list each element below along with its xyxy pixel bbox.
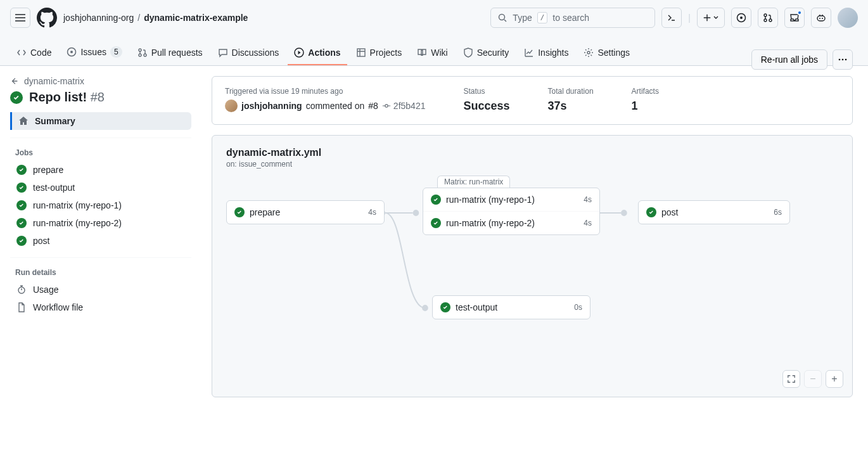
tab-settings[interactable]: Settings: [577, 41, 636, 65]
breadcrumb-org[interactable]: joshjohanning-org: [63, 13, 134, 23]
actor-avatar[interactable]: [225, 99, 238, 112]
search-input[interactable]: Type / to search: [490, 8, 655, 28]
git-pr-icon: [763, 13, 773, 23]
sidebar-job-item[interactable]: test-output: [10, 179, 191, 196]
check-circle-icon: [16, 218, 27, 228]
job-card-prepare[interactable]: prepare 4s: [226, 200, 385, 224]
notifications-button[interactable]: [784, 8, 805, 28]
sidebar-workflow-file[interactable]: Workflow file: [10, 298, 191, 316]
tab-discussions[interactable]: Discussions: [212, 41, 286, 65]
sidebar-job-item[interactable]: post: [10, 232, 191, 250]
tab-wiki[interactable]: Wiki: [411, 41, 454, 65]
comment-icon: [218, 48, 228, 58]
issue-icon: [67, 47, 77, 57]
triggered-label: Triggered via issue 19 minutes ago: [225, 87, 425, 96]
check-circle-icon: [10, 91, 23, 104]
user-avatar[interactable]: [838, 8, 858, 28]
tab-pulls[interactable]: Pull requests: [131, 41, 209, 65]
status-value: Success: [463, 99, 509, 113]
job-card-test-output[interactable]: test-output 0s: [432, 295, 590, 319]
svg-point-22: [423, 305, 428, 311]
sidebar-summary[interactable]: Summary: [10, 112, 191, 130]
search-placeholder-pre: Type: [513, 13, 532, 23]
menu-button[interactable]: [10, 8, 30, 28]
issues-count: 5: [110, 46, 122, 58]
home-icon: [18, 116, 29, 126]
sidebar-job-item[interactable]: prepare: [10, 161, 191, 179]
commit-sha[interactable]: 2f5b421: [393, 101, 426, 111]
kebab-icon: [838, 54, 848, 65]
gear-icon: [584, 48, 594, 58]
sidebar-job-item[interactable]: run-matrix (my-repo-1): [10, 196, 191, 214]
workflow-on: on: issue_comment: [226, 160, 838, 169]
pulls-header-button[interactable]: [758, 8, 778, 28]
check-circle-icon: [16, 165, 27, 175]
svg-point-21: [622, 210, 627, 215]
shield-icon: [463, 48, 473, 58]
svg-point-19: [414, 210, 419, 215]
command-palette-button[interactable]: [661, 8, 682, 28]
job-card-run-matrix-1[interactable]: run-matrix (my-repo-1) 4s: [423, 188, 599, 211]
check-circle-icon: [16, 236, 27, 246]
caret-down-icon: [713, 15, 719, 21]
actor-username[interactable]: joshjohanning: [241, 101, 302, 111]
github-icon: [37, 8, 57, 28]
hamburger-icon: [15, 14, 25, 22]
graph-icon: [524, 48, 534, 58]
check-circle-icon: [431, 218, 441, 228]
git-pr-icon: [137, 48, 148, 58]
check-circle-icon: [16, 200, 27, 210]
table-icon: [356, 48, 366, 58]
book-icon: [417, 48, 427, 58]
workflow-file-name: dynamic-matrix.yml: [226, 147, 838, 158]
repo-nav: Code Issues5 Pull requests Discussions A…: [0, 35, 868, 66]
plus-icon: [703, 13, 712, 22]
copilot-icon: [816, 13, 826, 23]
zoom-out-button[interactable]: −: [804, 370, 822, 388]
commit-icon: [382, 101, 391, 110]
copilot-button[interactable]: [811, 8, 831, 28]
tab-code[interactable]: Code: [10, 41, 58, 65]
file-icon: [16, 302, 27, 312]
rerun-all-jobs-button[interactable]: Re-run all jobs: [751, 49, 827, 70]
job-card-run-matrix-2[interactable]: run-matrix (my-repo-2) 4s: [423, 211, 599, 234]
workflow-graph-box: dynamic-matrix.yml on: issue_comment: [212, 135, 853, 397]
matrix-card: Matrix: run-matrix run-matrix (my-repo-1…: [423, 188, 600, 235]
sidebar-job-item[interactable]: run-matrix (my-repo-2): [10, 214, 191, 232]
job-card-post[interactable]: post 6s: [638, 200, 790, 224]
back-link[interactable]: dynamic-matrix: [10, 76, 191, 86]
tab-issues[interactable]: Issues5: [60, 40, 128, 65]
search-placeholder-post: to search: [552, 13, 589, 23]
run-title-text: Repo list! #8: [29, 90, 105, 105]
zoom-in-button[interactable]: +: [826, 370, 843, 388]
tab-insights[interactable]: Insights: [518, 41, 575, 65]
unread-dot: [797, 10, 802, 15]
issue-icon: [736, 13, 746, 23]
workflow-options-menu[interactable]: [833, 49, 853, 70]
tab-actions[interactable]: Actions: [288, 41, 347, 65]
breadcrumb-sep: /: [137, 13, 140, 23]
check-circle-icon: [440, 302, 450, 312]
github-logo[interactable]: [37, 8, 57, 28]
check-circle-icon: [234, 207, 245, 217]
check-circle-icon: [646, 207, 656, 217]
check-circle-icon: [431, 195, 441, 205]
sidebar-jobs-label: Jobs: [10, 144, 191, 161]
create-new-dropdown[interactable]: [697, 8, 725, 28]
play-icon: [294, 48, 304, 58]
matrix-label: Matrix: run-matrix: [437, 176, 510, 188]
tab-security[interactable]: Security: [457, 41, 516, 65]
fullscreen-button[interactable]: [782, 370, 800, 388]
code-icon: [16, 48, 27, 58]
issues-header-button[interactable]: [731, 8, 751, 28]
tab-projects[interactable]: Projects: [350, 41, 409, 65]
duration-value: 37s: [548, 99, 594, 113]
run-meta-box: Triggered via issue 19 minutes ago joshj…: [212, 76, 853, 125]
breadcrumb-repo[interactable]: dynamic-matrix-example: [144, 13, 248, 23]
sidebar-usage[interactable]: Usage: [10, 281, 191, 298]
check-circle-icon: [16, 183, 27, 193]
breadcrumb: joshjohanning-org / dynamic-matrix-examp…: [63, 13, 248, 23]
search-icon: [497, 13, 507, 23]
issue-ref[interactable]: #8: [368, 101, 378, 111]
sidebar-rundetails-label: Run details: [10, 264, 191, 281]
